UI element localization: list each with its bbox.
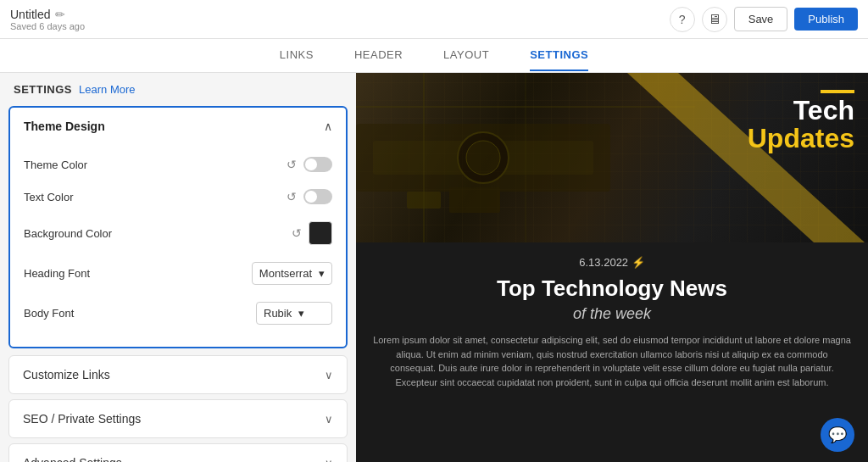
svg-point-3 bbox=[466, 141, 500, 175]
preview-button[interactable]: 🖥 bbox=[702, 7, 727, 32]
save-button[interactable]: Save bbox=[734, 7, 788, 31]
text-color-toggle[interactable] bbox=[303, 189, 332, 204]
theme-design-header[interactable]: Theme Design ∧ bbox=[10, 108, 346, 145]
body-font-row: Body Font Rubik ▾ bbox=[10, 293, 346, 333]
theme-color-reset-icon[interactable]: ↺ bbox=[287, 158, 297, 171]
theme-color-controls: ↺ bbox=[287, 157, 332, 172]
theme-design-title: Theme Design bbox=[24, 120, 105, 133]
panel-title: SETTINGS bbox=[14, 83, 72, 96]
top-bar-right: ? 🖥 Save Publish bbox=[670, 7, 858, 32]
tab-header[interactable]: HEADER bbox=[354, 40, 403, 71]
preview-body-text: Lorem ipsum dolor sit amet, consectetur … bbox=[373, 333, 851, 389]
panel-header: SETTINGS Learn More bbox=[0, 73, 356, 106]
text-color-toggle-knob bbox=[305, 191, 317, 203]
heading-font-value: Montserrat bbox=[259, 267, 312, 280]
help-button[interactable]: ? bbox=[670, 7, 695, 32]
customize-links-header[interactable]: Customize Links ∨ bbox=[9, 356, 347, 393]
seo-private-header[interactable]: SEO / Private Settings ∨ bbox=[9, 400, 347, 437]
tab-layout[interactable]: LAYOUT bbox=[443, 40, 489, 71]
theme-color-toggle-knob bbox=[305, 159, 317, 170]
text-color-row: Text Color ↺ bbox=[10, 181, 346, 213]
edit-icon[interactable]: ✏ bbox=[55, 8, 65, 21]
preview-area: Tech Updates 6.13.2022 ⚡ Top Technology … bbox=[356, 73, 868, 462]
learn-more-link[interactable]: Learn More bbox=[79, 83, 135, 96]
background-color-reset-icon[interactable]: ↺ bbox=[292, 226, 302, 240]
heading-font-row: Heading Font Montserrat ▾ bbox=[10, 253, 346, 293]
chevron-up-icon: ∧ bbox=[324, 120, 332, 133]
heading-font-chevron-icon: ▾ bbox=[319, 267, 325, 280]
background-color-controls: ↺ bbox=[292, 221, 332, 245]
theme-color-toggle[interactable] bbox=[303, 157, 332, 172]
heading-font-label: Heading Font bbox=[24, 267, 90, 280]
customize-links-chevron-icon: ∨ bbox=[325, 369, 333, 381]
theme-color-row: Theme Color ↺ bbox=[10, 148, 346, 181]
help-icon: ? bbox=[679, 13, 686, 26]
preview-subheadline: of the week bbox=[373, 305, 851, 323]
chat-bubble-button[interactable]: 💬 bbox=[821, 418, 854, 452]
tech-yellow-line bbox=[821, 90, 854, 93]
theme-design-body: Theme Color ↺ Text Color ↺ bbox=[10, 145, 346, 347]
advanced-settings-title: Advanced Settings bbox=[23, 456, 122, 462]
seo-private-title: SEO / Private Settings bbox=[23, 412, 141, 426]
body-font-value: Rubik bbox=[264, 307, 292, 320]
advanced-settings-chevron-icon: ∨ bbox=[325, 457, 333, 463]
heading-font-select[interactable]: Montserrat ▾ bbox=[252, 262, 332, 285]
body-font-select[interactable]: Rubik ▾ bbox=[256, 302, 332, 325]
background-color-label: Background Color bbox=[24, 227, 112, 240]
advanced-settings-header[interactable]: Advanced Settings ∨ bbox=[9, 444, 347, 462]
main-content: SETTINGS Learn More Theme Design ∧ Theme… bbox=[0, 73, 868, 462]
tech-updates: Updates bbox=[748, 124, 854, 153]
tech-label: Tech Updates bbox=[748, 90, 854, 153]
right-panel: Tech Updates 6.13.2022 ⚡ Top Technology … bbox=[356, 73, 868, 462]
text-color-reset-icon[interactable]: ↺ bbox=[287, 190, 297, 203]
preview-body: 6.13.2022 ⚡ Top Technology News of the w… bbox=[356, 242, 868, 462]
top-bar: Untitled ✏ Saved 6 days ago ? 🖥 Save Pub… bbox=[0, 0, 868, 39]
body-font-chevron-icon: ▾ bbox=[298, 307, 304, 320]
background-color-swatch[interactable] bbox=[309, 221, 332, 245]
preview-date: 6.13.2022 ⚡ bbox=[373, 256, 851, 269]
left-panel: SETTINGS Learn More Theme Design ∧ Theme… bbox=[0, 73, 356, 462]
tab-settings[interactable]: SETTINGS bbox=[530, 40, 588, 71]
text-color-label: Text Color bbox=[24, 191, 74, 203]
preview-headline: Top Technology News bbox=[373, 276, 851, 302]
text-color-controls: ↺ bbox=[287, 189, 332, 204]
tab-navigation: LINKS HEADER LAYOUT SETTINGS bbox=[0, 39, 868, 73]
theme-design-card: Theme Design ∧ Theme Color ↺ Text Co bbox=[8, 106, 348, 348]
chat-icon: 💬 bbox=[828, 426, 847, 444]
tab-links[interactable]: LINKS bbox=[280, 40, 314, 71]
title-area: Untitled ✏ Saved 6 days ago bbox=[10, 8, 85, 31]
publish-button[interactable]: Publish bbox=[794, 8, 858, 31]
seo-private-chevron-icon: ∨ bbox=[325, 413, 333, 426]
monitor-icon: 🖥 bbox=[708, 12, 721, 27]
body-font-label: Body Font bbox=[24, 307, 74, 320]
advanced-settings-section: Advanced Settings ∨ bbox=[8, 443, 348, 462]
seo-private-section: SEO / Private Settings ∨ bbox=[8, 399, 348, 438]
page-title: Untitled bbox=[10, 8, 50, 21]
theme-color-label: Theme Color bbox=[24, 159, 87, 171]
saved-status: Saved 6 days ago bbox=[10, 21, 85, 31]
tech-title: Tech bbox=[748, 97, 854, 124]
svg-rect-5 bbox=[449, 187, 500, 213]
customize-links-section: Customize Links ∨ bbox=[8, 355, 348, 394]
customize-links-title: Customize Links bbox=[23, 368, 110, 381]
background-color-row: Background Color ↺ bbox=[10, 213, 346, 253]
top-bar-left: Untitled ✏ Saved 6 days ago bbox=[10, 8, 85, 31]
